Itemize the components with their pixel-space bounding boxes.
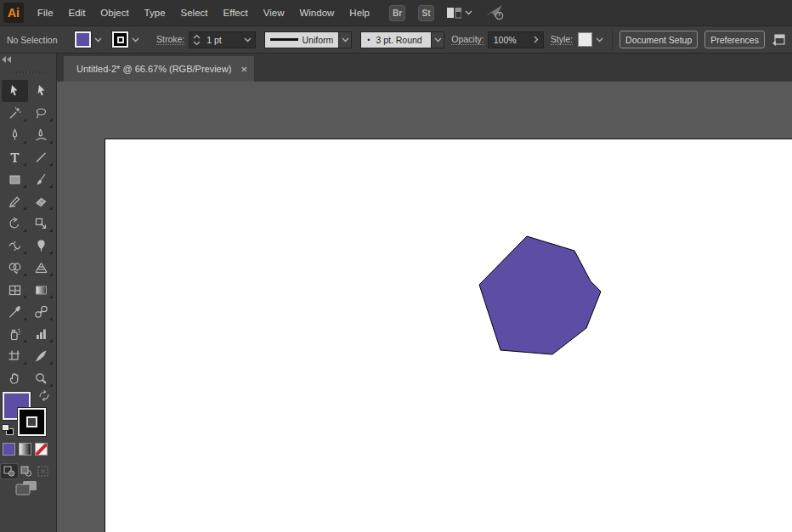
magic-wand-tool[interactable]	[2, 102, 28, 124]
stroke-weight-field[interactable]: 1 pt	[189, 31, 256, 48]
canvas[interactable]	[57, 82, 792, 532]
curvature-tool[interactable]	[28, 124, 54, 146]
selection-status: No Selection	[7, 35, 68, 45]
opacity-value[interactable]: 100%	[494, 35, 534, 45]
eyedropper-tool[interactable]	[2, 301, 28, 323]
screen-mode-icon[interactable]	[15, 480, 38, 496]
stroke-chevron-icon[interactable]	[132, 37, 139, 42]
perspective-grid-tool[interactable]	[28, 257, 54, 279]
width-profile-preview	[270, 38, 297, 41]
type-tool[interactable]	[2, 146, 28, 168]
stroke-panel-link[interactable]: Stroke:	[156, 34, 184, 45]
paintbrush-tool[interactable]	[28, 168, 54, 190]
width-profile-dropdown[interactable]: Uniform	[264, 31, 339, 48]
menu-help[interactable]: Help	[342, 0, 377, 25]
column-graph-tool[interactable]	[28, 323, 54, 345]
tab-bar: Untitled-2* @ 66.67% (RGB/Preview) ×	[57, 54, 792, 82]
width-profile-value: Uniform	[303, 35, 334, 45]
opacity-panel-link[interactable]: Opacity:	[451, 34, 484, 45]
zoom-tool[interactable]	[28, 367, 54, 389]
workspace-icon[interactable]	[772, 33, 786, 47]
rectangle-tool[interactable]	[2, 168, 28, 190]
stroke-weight-value[interactable]: 1 pt	[206, 35, 244, 45]
width-profile-chevron[interactable]	[339, 31, 352, 48]
mesh-tool[interactable]	[2, 279, 28, 301]
swap-fill-stroke-icon[interactable]	[38, 390, 50, 401]
gradient-button[interactable]	[19, 443, 31, 456]
line-segment-tool[interactable]	[28, 146, 54, 168]
direct-selection-tool[interactable]	[28, 80, 54, 102]
menu-edit[interactable]: Edit	[61, 0, 93, 25]
document-setup-button[interactable]: Document Setup	[619, 31, 698, 48]
style-chevron-icon[interactable]	[596, 37, 603, 42]
eraser-tool[interactable]	[28, 190, 54, 212]
illustrator-logo: Ai	[3, 3, 24, 23]
menu-type[interactable]: Type	[137, 0, 173, 25]
brush-definition-chevron[interactable]	[432, 31, 444, 48]
shaper-tool[interactable]	[2, 190, 28, 212]
width-tool[interactable]	[2, 235, 28, 257]
puppet-warp-tool[interactable]	[28, 235, 54, 257]
opacity-chevron-icon[interactable]	[534, 36, 539, 43]
menu-select[interactable]: Select	[173, 0, 216, 25]
stroke-color-proxy[interactable]	[18, 408, 46, 436]
tools-panel	[0, 54, 57, 532]
shape-builder-tool[interactable]	[2, 257, 28, 279]
illustrator-window: Ai File Edit Object Type Select Effect V…	[0, 0, 792, 532]
slice-tool[interactable]	[28, 345, 54, 367]
menu-view[interactable]: View	[256, 0, 292, 25]
hand-tool[interactable]	[2, 367, 28, 389]
collapse-panel-icon[interactable]	[2, 56, 12, 63]
arrange-documents-chevron-icon[interactable]	[465, 10, 472, 15]
brush-definition-dropdown[interactable]: • 3 pt. Round	[360, 31, 432, 48]
lasso-tool[interactable]	[28, 102, 54, 124]
control-bar: No Selection Stroke: 1 pt Uniform • 3 pt…	[0, 26, 792, 54]
drawn-shape[interactable]	[479, 236, 601, 354]
rotate-tool[interactable]	[2, 212, 28, 235]
style-swatch[interactable]	[578, 32, 592, 47]
stock-icon[interactable]: St	[418, 5, 434, 21]
menu-file[interactable]: File	[30, 0, 61, 25]
artboard-tool[interactable]	[2, 345, 28, 367]
blend-tool[interactable]	[28, 301, 54, 323]
panel-drag-handle[interactable]	[12, 71, 44, 73]
style-panel-link[interactable]: Style:	[551, 34, 573, 45]
preferences-button[interactable]: Preferences	[704, 31, 765, 48]
draw-inside-button[interactable]	[35, 464, 52, 478]
symbol-sprayer-tool[interactable]	[2, 323, 28, 345]
gpu-performance-icon[interactable]	[484, 3, 506, 22]
menu-bar: Ai File Edit Object Type Select Effect V…	[0, 0, 792, 26]
color-button[interactable]	[3, 443, 15, 456]
brush-dot-icon: •	[367, 36, 370, 44]
tab-close-icon[interactable]: ×	[240, 64, 247, 75]
control-bar-separator	[612, 31, 613, 49]
stroke-color-swatch[interactable]	[112, 31, 128, 48]
fill-chevron-icon[interactable]	[94, 37, 102, 42]
shape-layer	[57, 82, 792, 532]
draw-behind-button[interactable]	[18, 464, 35, 478]
pen-tool[interactable]	[2, 124, 28, 146]
stroke-weight-stepper[interactable]	[193, 34, 201, 46]
stroke-weight-chevron-icon[interactable]	[244, 37, 252, 42]
scale-tool[interactable]	[28, 212, 54, 235]
default-fill-stroke-icon[interactable]	[2, 424, 14, 435]
document-tab[interactable]: Untitled-2* @ 66.67% (RGB/Preview) ×	[64, 56, 254, 82]
menu-effect[interactable]: Effect	[216, 0, 256, 25]
menu-bar-right: Br St	[389, 3, 506, 22]
menu-object[interactable]: Object	[93, 0, 136, 25]
bridge-icon[interactable]: Br	[389, 5, 405, 21]
arrange-documents-icon[interactable]	[447, 8, 461, 19]
draw-normal-button[interactable]	[1, 464, 18, 478]
gradient-tool[interactable]	[28, 279, 54, 301]
document-tab-title: Untitled-2* @ 66.67% (RGB/Preview)	[76, 64, 237, 74]
selection-tool[interactable]	[2, 80, 28, 102]
menu-window[interactable]: Window	[291, 0, 342, 25]
fill-color-swatch[interactable]	[75, 31, 91, 48]
brush-definition-value: 3 pt. Round	[376, 35, 421, 45]
none-button[interactable]	[35, 443, 48, 456]
opacity-field[interactable]: 100%	[488, 31, 544, 48]
